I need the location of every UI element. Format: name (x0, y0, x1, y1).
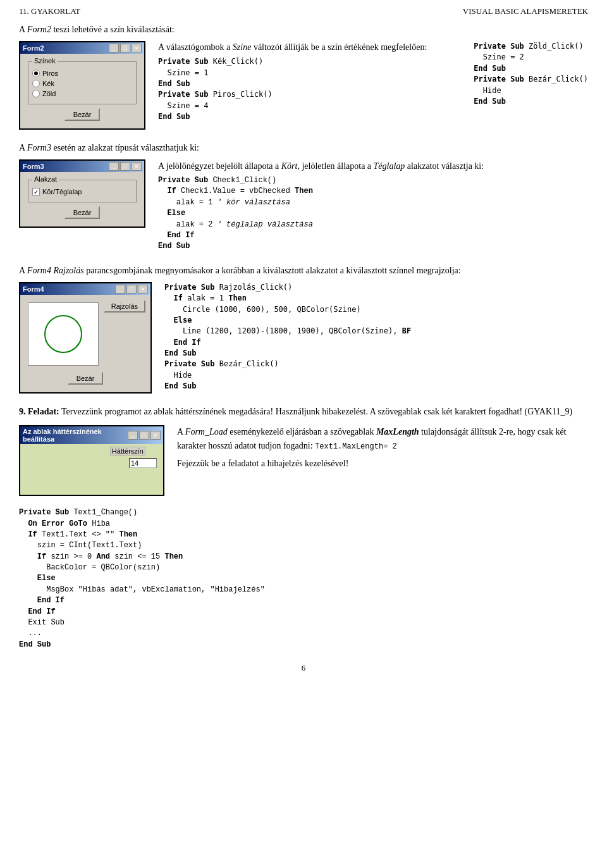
form2-intro-text: A Form2 teszi lehetővé a szín kiválasztá… (19, 25, 175, 34)
form2-window: Form2 _ □ × Színek Piros Kék (19, 41, 145, 130)
checkbox-label: Kör/Téglalap (42, 188, 82, 195)
form3-close-btn[interactable]: × (132, 162, 142, 171)
problem9-section: Az ablak háttérszínének beállítása _ □ ×… (19, 425, 588, 496)
form3-code-intro: A jelölőnégyzet bejelölt állapota a Kört… (158, 159, 588, 173)
form4-close-btn[interactable]: × (138, 285, 148, 294)
form4-code-area: Private Sub Rajzolás_Click() If alak = 1… (164, 282, 588, 392)
hatterzin-input[interactable] (129, 458, 157, 468)
header-left: 11. GYAKORLAT (19, 6, 80, 16)
form3-title: Form3 (23, 163, 44, 170)
draw-circle (44, 315, 82, 353)
form2-groupbox-title: Színek (32, 57, 58, 65)
form4-body: Rajzolás Bezár (20, 295, 150, 392)
form3-code-area: A jelölőnégyzet bejelölt állapota a Kört… (158, 159, 588, 252)
hatterzin-label: Háttérszín (110, 447, 145, 456)
form3-body: Alakzat ✓ Kör/Téglalap Bezár (20, 172, 144, 226)
form2-body: Színek Piros Kék Zöld Bezár (20, 54, 144, 128)
form3-section: Form3 _ □ × Alakzat ✓ Kör/Téglalap Bezár (19, 159, 588, 252)
problem9-description: A Form_Load eseménykezelő eljárásban a s… (177, 425, 588, 470)
form4-rajzolas-button[interactable]: Rajzolás (104, 300, 145, 313)
form3-bezar-button[interactable]: Bezár (64, 206, 101, 219)
problem9-title: 9. Feladat: (19, 407, 59, 416)
problem9-desc2: Fejezzük be a feladatot a hibajelzés kez… (177, 457, 588, 471)
form3-titlebar: Form3 _ □ × (20, 161, 144, 172)
form4-content: Rajzolás (25, 300, 145, 368)
page-number: 6 (19, 663, 588, 673)
problem9-desc-text: A Form_Load eseménykezelő eljárásban a s… (177, 425, 588, 452)
form2-titlebar: Form2 _ □ × (20, 42, 144, 54)
form4-right-panel: Rajzolás (104, 300, 145, 368)
radio-zold[interactable]: Zöld (32, 90, 132, 97)
beallitas-close-btn[interactable]: × (150, 431, 161, 440)
beallitas-window: Az ablak háttérszínének beállítása _ □ ×… (19, 425, 164, 496)
beallitas-body: Háttérszín (20, 444, 163, 495)
minimize-btn[interactable]: _ (109, 44, 119, 53)
form4-window: Form4 _ □ × Rajzolás Bezár (19, 282, 152, 394)
radio-kek-label: Kék (42, 80, 54, 87)
close-btn[interactable]: × (132, 44, 142, 53)
checkbox-input[interactable]: ✓ (32, 188, 40, 195)
problem9-text: 9. Feladat: Tervezzünk programot az abla… (19, 405, 588, 419)
form2-code-intro: A választógombok a Színe változót állítj… (158, 41, 461, 54)
form4-minimize-btn[interactable]: _ (115, 285, 125, 294)
beallitas-titlebar: Az ablak háttérszínének beállítása _ □ × (20, 426, 163, 444)
form4-titlebar-buttons: _ □ × (115, 285, 148, 294)
form4-titlebar: Form4 _ □ × (20, 283, 150, 295)
form2-code-right-text: Private Sub Zöld_Click() Szine = 2 End S… (474, 41, 588, 107)
checkbox-kor-teglalap[interactable]: ✓ Kör/Téglalap (32, 188, 132, 195)
page-header: 11. GYAKORLAT VISUAL BASIC ALAPISMERETEK (19, 6, 588, 16)
form3-maximize-btn[interactable]: □ (120, 162, 130, 171)
form2-code-middle: A választógombok a Színe változót állítj… (158, 41, 461, 123)
bottom-code: Private Sub Text1_Change() On Error GoTo… (19, 507, 588, 650)
form2-intro: A Form2 teszi lehetővé a szín kiválasztá… (19, 23, 588, 36)
radio-piros[interactable]: Piros (32, 70, 132, 77)
radio-kek-input[interactable] (32, 80, 40, 87)
form4-title: Form4 (23, 285, 44, 293)
radio-zold-label: Zöld (42, 90, 56, 97)
header-right: VISUAL BASIC ALAPISMERETEK (463, 6, 588, 16)
form2-titlebar-buttons: _ □ × (109, 44, 142, 53)
form4-code-text: Private Sub Rajzolás_Click() If alak = 1… (164, 282, 588, 392)
radio-piros-label: Piros (42, 70, 58, 77)
form4-section: Form4 _ □ × Rajzolás Bezár Private Sub R… (19, 282, 588, 394)
form4-canvas (28, 302, 99, 366)
form2-code-right: Private Sub Zöld_Click() Szine = 2 End S… (474, 41, 588, 107)
form2-title: Form2 (23, 44, 44, 52)
form3-groupbox: Alakzat ✓ Kör/Téglalap (28, 180, 137, 202)
radio-piros-input[interactable] (32, 70, 40, 77)
form4-bezar-button[interactable]: Bezár (68, 372, 104, 385)
form2-groupbox: Színek Piros Kék Zöld (28, 61, 137, 104)
form3-window: Form3 _ □ × Alakzat ✓ Kör/Téglalap Bezár (19, 159, 145, 228)
form3-intro: A Form3 esetén az alakzat típusát válasz… (19, 141, 588, 154)
form4-intro: A Form4 Rajzolás parancsgombjának megnyo… (19, 264, 588, 277)
form4-maximize-btn[interactable]: □ (126, 285, 137, 294)
radio-zold-input[interactable] (32, 90, 40, 97)
form3-minimize-btn[interactable]: _ (109, 162, 119, 171)
form2-code-text: Private Sub Kék_Click() Szine = 1 End Su… (158, 56, 461, 122)
form2-bezar-button[interactable]: Bezár (64, 108, 101, 121)
beallitas-minimize-btn[interactable]: _ (128, 431, 138, 440)
beallitas-maximize-btn[interactable]: □ (139, 431, 149, 440)
radio-kek[interactable]: Kék (32, 80, 132, 87)
form3-titlebar-buttons: _ □ × (109, 162, 142, 171)
problem9-box: 9. Feladat: Tervezzünk programot az abla… (19, 405, 588, 419)
form2-section: Form2 _ □ × Színek Piros Kék (19, 41, 588, 130)
form3-code-text: Private Sub Check1_Click() If Check1.Val… (158, 175, 588, 252)
beallitas-titlebar-buttons: _ □ × (128, 431, 161, 440)
form3-groupbox-title: Alakzat (32, 175, 59, 183)
beallitas-title: Az ablak háttérszínének beállítása (23, 428, 128, 443)
maximize-btn[interactable]: □ (120, 44, 130, 53)
